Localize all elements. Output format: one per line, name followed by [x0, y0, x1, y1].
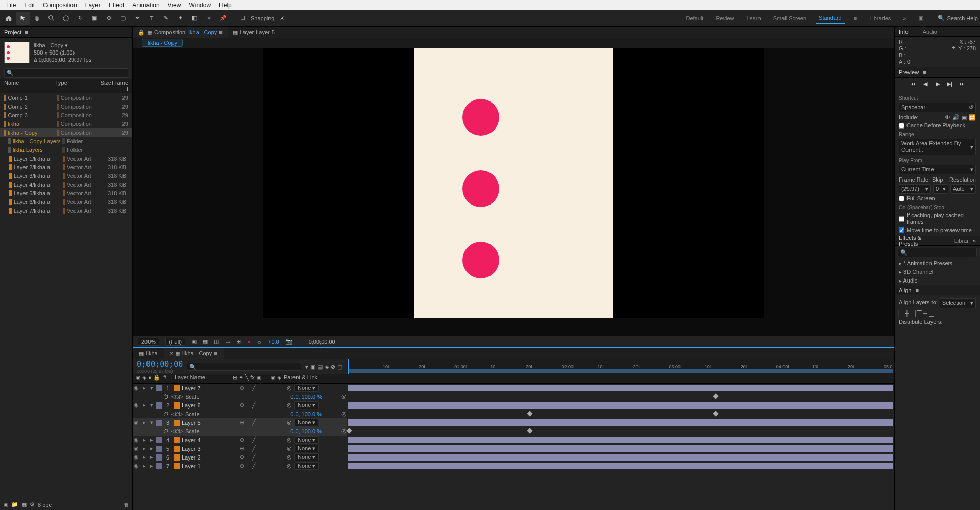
menu-layer[interactable]: Layer [81, 0, 105, 10]
project-item[interactable]: Layer 6/likha.ai Vector Art 318 KB [0, 197, 132, 206]
transparency-grid-icon[interactable]: ▦ [203, 338, 208, 345]
orbit-tool-icon[interactable]: ◯ [59, 12, 72, 25]
res-dropdown[interactable]: Auto▾ [950, 184, 976, 194]
label-color[interactable] [156, 446, 162, 452]
play-icon[interactable]: ▶ [933, 81, 942, 88]
twirl-icon[interactable]: ▸ [142, 419, 147, 426]
project-item[interactable]: Layer 2/likha.ai Vector Art 318 KB [0, 163, 132, 171]
ws-smallscreen[interactable]: Small Screen [770, 13, 810, 23]
col-layername[interactable]: Layer Name [175, 374, 231, 383]
parent-pickwhip-icon[interactable]: ◎ [287, 385, 292, 391]
zoom-dropdown[interactable]: 200% [138, 338, 159, 346]
twirl-icon[interactable]: ▸ [142, 437, 147, 443]
project-item[interactable]: Layer 5/likha.ai Vector Art 318 KB [0, 189, 132, 197]
layer-name[interactable]: Layer 1 [182, 463, 238, 469]
project-item[interactable]: Layer 4/likha.ai Vector Art 318 KB [0, 180, 132, 189]
col-parent[interactable]: Parent & Link [284, 374, 317, 383]
twirl2-icon[interactable]: ▾ [149, 419, 154, 426]
menu-view[interactable]: View [164, 0, 185, 10]
keynav-icon[interactable]: ◁◇▷ [171, 393, 183, 400]
expression-pickwhip-icon[interactable]: ◎ [341, 411, 347, 417]
ws-learn[interactable]: Learn [744, 13, 764, 23]
viewer-tab-composition[interactable]: 🔒 ▦ Composition likha - Copy ≡ [133, 27, 228, 38]
new-folder-icon[interactable]: 📁 [11, 501, 18, 508]
twirl2-icon[interactable]: ▾ [149, 402, 154, 409]
timeline-tab-1[interactable]: ▦ likha [133, 348, 164, 359]
ws-review[interactable]: Review [713, 13, 737, 23]
prev-frame-icon[interactable]: ◀ [921, 81, 930, 88]
twirl2-icon[interactable]: ▸ [149, 445, 154, 452]
layer-duration-bar[interactable] [348, 437, 893, 443]
label-color[interactable] [156, 463, 162, 469]
brush-tool-icon[interactable]: ✎ [159, 12, 173, 25]
bpc-label[interactable]: 8 bpc [38, 502, 52, 508]
menu-effect[interactable]: Effect [105, 0, 128, 10]
property-value[interactable]: 0.0, 100.0 % [290, 428, 322, 435]
menu-file[interactable]: File [2, 0, 20, 10]
alignto-dropdown[interactable]: Selection▾ [940, 298, 976, 308]
parent-pickwhip-icon[interactable]: ◎ [287, 463, 292, 469]
eraser-tool-icon[interactable]: ◧ [188, 12, 201, 25]
reset-exposure-icon[interactable]: ☼ [257, 339, 262, 345]
tl-tool-3-icon[interactable]: ▤ [317, 364, 323, 370]
align-bottom-icon[interactable]: ▁ [929, 310, 934, 317]
parent-pickwhip-icon[interactable]: ◎ [287, 419, 292, 426]
align-hcenter-icon[interactable]: ┼ [905, 310, 909, 317]
twirl-icon[interactable]: ▸ [142, 445, 147, 452]
keynav-icon[interactable]: ◁◇▷ [171, 428, 183, 435]
visibility-toggle-icon[interactable]: ◉ [134, 454, 140, 461]
menu-help[interactable]: Help [215, 0, 236, 10]
parent-dropdown[interactable]: None ▾ [294, 436, 319, 444]
twirl-icon[interactable]: ▸ [142, 454, 147, 461]
selection-tool-icon[interactable] [16, 12, 30, 25]
include-overlay-icon[interactable]: ▣ [962, 114, 967, 121]
shape-tool-icon[interactable]: ▢ [116, 12, 130, 25]
mask-toggle-icon[interactable]: ◫ [214, 338, 219, 345]
preview-panel-tab[interactable]: Preview≡ [895, 67, 980, 78]
trash-icon[interactable]: 🗑 [124, 502, 129, 508]
timeline-tab-2[interactable]: × ▦ likha - Copy ≡ [164, 348, 224, 359]
composition-canvas[interactable] [133, 48, 894, 336]
ws-standard[interactable]: Standard [816, 13, 845, 24]
label-color[interactable] [156, 420, 162, 426]
effects-panel-tab[interactable]: Effects & Presets≡ Librar » [895, 236, 980, 246]
new-comp-icon[interactable]: ▦ [21, 501, 27, 508]
project-item[interactable]: Layer 1/likha.ai Vector Art 318 KB [0, 154, 132, 163]
include-audio-icon[interactable]: 🔊 [952, 114, 960, 121]
stopwatch-icon[interactable]: ⏱ [163, 428, 169, 435]
reset-icon[interactable]: ↺ [969, 104, 973, 111]
timeline-layer-row[interactable]: ◉ ▸ ▾ 3 Layer 5 ⊕ ╱ ◎ None ▾ [133, 418, 894, 427]
viewer-time[interactable]: 0;00;00;00 [309, 339, 335, 345]
menu-composition[interactable]: Composition [39, 0, 81, 10]
tl-tool-1-icon[interactable]: ▾ [305, 364, 308, 370]
text-tool-icon[interactable]: T [145, 12, 158, 25]
roto-tool-icon[interactable]: ✧ [202, 12, 215, 25]
playfrom-dropdown[interactable]: Current Time▾ [899, 165, 976, 174]
layer-name[interactable]: Layer 4 [182, 437, 238, 443]
panel-menu-icon[interactable]: ≡ [24, 29, 28, 35]
timeline-layer-row[interactable]: ◉ ▸ ▸ 7 Layer 1 ⊕ ╱ ◎ None ▾ [133, 462, 894, 470]
menu-window[interactable]: Window [185, 0, 215, 10]
snapping-options-icon[interactable]: ⋌ [276, 12, 289, 25]
timeline-layer-row[interactable]: ◉ ▸ ▸ 6 Layer 2 ⊕ ╱ ◎ None ▾ [133, 453, 894, 462]
timeline-property-row[interactable]: ⏱ ◁◇▷ Scale 0.0, 100.0 % ◎ [133, 392, 894, 401]
keyframe-icon[interactable] [713, 411, 719, 416]
label-color[interactable] [156, 437, 162, 443]
range-dropdown[interactable]: Work Area Extended By Current..▾ [899, 139, 976, 155]
parent-pickwhip-icon[interactable]: ◎ [287, 402, 292, 409]
pen-tool-icon[interactable]: ✒ [131, 12, 144, 25]
menu-edit[interactable]: Edit [20, 0, 39, 10]
ws-toggle-icon[interactable]: ▣ [915, 13, 926, 23]
twirl2-icon[interactable]: ▾ [149, 385, 154, 391]
project-title[interactable]: likha - Copy ▾ [34, 42, 91, 49]
project-search-input[interactable]: 🔍 [4, 68, 128, 78]
twirl-icon[interactable]: ▸ [142, 385, 147, 391]
layer-duration-bar[interactable] [348, 385, 893, 391]
next-frame-icon[interactable]: ▶| [945, 81, 954, 88]
ws-default[interactable]: Default [683, 13, 707, 23]
timeline-layer-row[interactable]: ◉ ▸ ▸ 5 Layer 3 ⊕ ╱ ◎ None ▾ [133, 444, 894, 453]
rotate-tool-icon[interactable]: ↻ [74, 12, 87, 25]
settings-icon[interactable]: ⚙ [30, 501, 35, 508]
twirl-icon[interactable]: ▸ [142, 402, 147, 409]
layer-name[interactable]: Layer 5 [182, 420, 238, 426]
